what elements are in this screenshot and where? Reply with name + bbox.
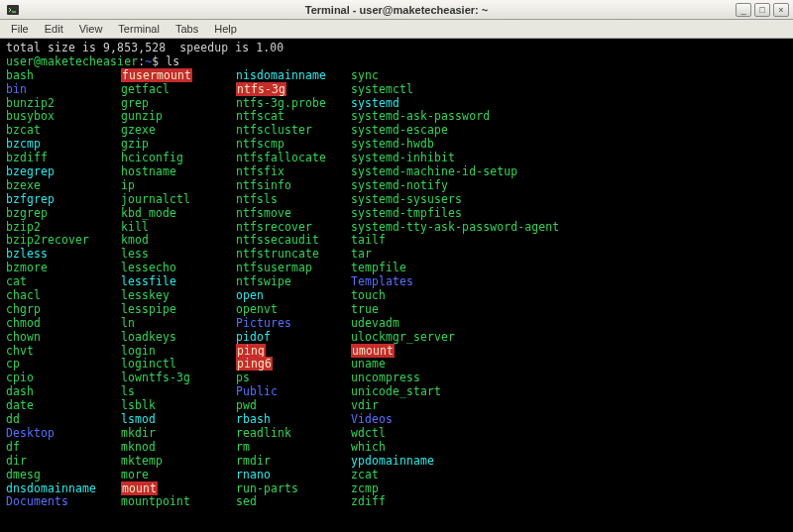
ls-row: chownloadkeyspidofulockmgr_server (6, 330, 787, 344)
ls-row: bashfusermountnisdomainnamesync (6, 68, 787, 82)
ls-row: bzip2killntfsrecoversystemd-tty-ask-pass… (6, 220, 787, 234)
ls-entry: systemd-inhibit (351, 151, 455, 164)
ls-entry: date (6, 398, 34, 412)
window-controls: _ □ × (736, 3, 793, 17)
ls-entry: loadkeys (121, 330, 176, 344)
ls-entry: bzdiff (6, 151, 48, 164)
ls-row: busyboxgunzipntfscatsystemd-ask-password (6, 109, 787, 123)
ls-entry: zcmp (351, 481, 379, 495)
ls-entry: kill (121, 220, 149, 234)
ls-entry: mount (121, 481, 158, 495)
ls-entry: tailf (351, 233, 386, 247)
ls-entry: systemctl (351, 82, 413, 96)
ls-entry: readlink (236, 426, 291, 440)
ls-entry: gzexe (121, 123, 156, 137)
ls-entry: Public (236, 384, 278, 398)
ls-entry: mkdir (121, 426, 156, 440)
ls-row: bzlesslessntfstruncatetar (6, 247, 787, 261)
ls-row: cploginctlping6uname (6, 357, 787, 371)
ls-entry: kmod (121, 233, 149, 247)
menu-terminal[interactable]: Terminal (111, 21, 167, 37)
window-titlebar: Terminal - user@maketecheasier: ~ _ □ × (0, 0, 793, 20)
ls-row: bunzip2grepntfs-3g.probesystemd (6, 96, 787, 110)
ls-entry: getfacl (121, 82, 170, 96)
ls-row: bzcatgzexentfsclustersystemd-escape (6, 123, 787, 137)
menu-view[interactable]: View (72, 21, 110, 37)
ls-entry: true (351, 302, 379, 316)
maximize-button[interactable]: □ (754, 3, 770, 17)
ls-entry: ntfsinfo (236, 178, 291, 192)
ls-entry: cat (6, 274, 27, 288)
ls-entry: ntfsls (236, 192, 278, 206)
ls-entry: wdctl (351, 426, 386, 440)
menu-tabs[interactable]: Tabs (169, 21, 205, 37)
ls-entry: Pictures (236, 316, 291, 330)
ls-entry: bzless (6, 247, 48, 261)
ls-entry: login (121, 344, 156, 358)
ls-entry: sed (236, 494, 257, 508)
menu-help[interactable]: Help (207, 21, 244, 37)
ls-entry: cpio (6, 371, 34, 384)
ls-entry: lessecho (121, 261, 176, 274)
ls-entry: systemd-notify (351, 178, 448, 192)
ls-entry: more (121, 468, 149, 481)
terminal-viewport[interactable]: total size is 9,853,528 speedup is 1.00u… (0, 39, 793, 532)
ls-entry: chgrp (6, 302, 41, 316)
ls-entry: dnsdomainname (6, 481, 96, 495)
prompt-user: user@maketecheasier (6, 54, 138, 68)
ls-entry: bzfgrep (6, 192, 55, 206)
ls-row: bzip2recoverkmodntfssecaudittailf (6, 233, 787, 247)
ls-entry: gunzip (121, 109, 163, 123)
menu-file[interactable]: File (4, 21, 36, 37)
ls-row: catlessfilentfswipeTemplates (6, 274, 787, 288)
ls-entry: ypdomainname (351, 454, 434, 468)
ls-entry: tempfile (351, 261, 406, 274)
ls-entry: touch (351, 288, 386, 302)
ls-row: bzfgrepjournalctlntfslssystemd-sysusers (6, 192, 787, 206)
ls-entry: ip (121, 178, 135, 192)
ls-entry: cp (6, 357, 20, 371)
ls-entry: ntfsmove (236, 206, 291, 220)
ls-entry: sync (351, 68, 379, 82)
rsync-status-line: total size is 9,853,528 speedup is 1.00 (6, 41, 787, 54)
ls-row: bzegrephostnamentfsfixsystemd-machine-id… (6, 164, 787, 178)
ls-entry: ntfsfallocate (236, 151, 326, 164)
ls-entry: rbash (236, 412, 271, 426)
window-title: Terminal - user@maketecheasier: ~ (0, 4, 793, 16)
ls-row: bzmorelessechontfsusermaptempfile (6, 261, 787, 274)
ls-entry: bzgrep (6, 206, 48, 220)
close-button[interactable]: × (773, 3, 789, 17)
ls-entry: mountpoint (121, 494, 190, 508)
ls-entry: ntfscluster (236, 123, 312, 137)
ls-entry: lsblk (121, 398, 156, 412)
ls-entry: open (236, 288, 264, 302)
ls-entry: systemd-escape (351, 123, 448, 137)
ls-entry: pidof (236, 330, 271, 344)
minimize-button[interactable]: _ (736, 3, 751, 17)
ls-row: Documentsmountpointsedzdiff (6, 494, 787, 508)
ls-entry: lsmod (121, 412, 156, 426)
ls-entry: udevadm (351, 316, 399, 330)
ls-entry: ntfstruncate (236, 247, 319, 261)
ls-entry: ntfsfix (236, 164, 284, 178)
ls-entry: bzcmp (6, 137, 41, 151)
ls-entry: chown (6, 330, 41, 344)
ls-entry: vdir (351, 398, 379, 412)
ls-entry: dd (6, 412, 20, 426)
menu-edit[interactable]: Edit (38, 21, 70, 37)
ls-row: dashlsPublicunicode_start (6, 384, 787, 398)
ls-row: bzgrepkbd_modentfsmovesystemd-tmpfiles (6, 206, 787, 220)
ls-entry: ntfs-3g.probe (236, 96, 326, 110)
ls-entry: dmesg (6, 468, 41, 481)
ls-row: bzdiffhciconfigntfsfallocatesystemd-inhi… (6, 151, 787, 164)
ls-entry: ntfscat (236, 109, 284, 123)
ls-entry: unicode_start (351, 384, 441, 398)
ls-entry: ntfssecaudit (236, 233, 319, 247)
ls-entry: chmod (6, 316, 41, 330)
command-text: ls (166, 54, 179, 68)
ls-entry: which (351, 440, 386, 454)
ls-entry: Templates (351, 274, 413, 288)
ls-entry: umount (351, 344, 395, 358)
ls-row: datelsblkpwdvdir (6, 398, 787, 412)
ls-entry: ntfscmp (236, 137, 284, 151)
